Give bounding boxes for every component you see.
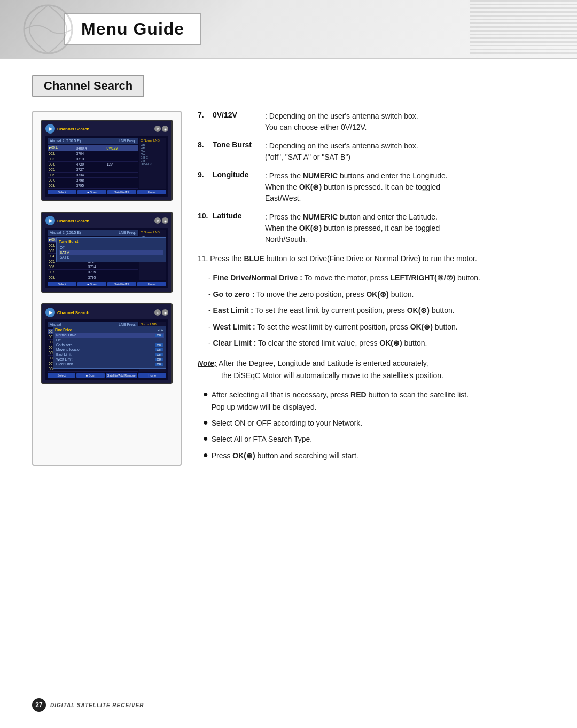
screen-mockup-1: ▶ Channel Search ⚙ ◉ Airosat 2 (100.5 E)… (41, 120, 173, 201)
instruction-7-number: 7. (198, 111, 208, 133)
instruction-9-text: : Press the NUMERIC buttons and enter th… (265, 170, 545, 204)
screen-body-3: AirosatLNB Freq. 001. 002. 003. 004. 005… (45, 319, 168, 380)
popup-off: Off (59, 245, 163, 250)
screen-btn-home-3[interactable]: Home (138, 373, 166, 378)
sub-instruction-go-zero: Go to zero : To move the zero position, … (198, 288, 545, 300)
screen-logo-3: ▶ (45, 308, 55, 317)
screen-btn-select-1[interactable]: Select (48, 190, 76, 194)
screen-logo-2: ▶ (45, 216, 55, 225)
screen-logo-1: ▶ (45, 124, 55, 134)
screen-icons-right-2: ⚙ ◉ (154, 217, 168, 224)
instruction-11: 11. Press the BLUE button to set Drive(F… (198, 253, 545, 264)
bullet-text-2: Select ON or OFF according to your Netwo… (212, 417, 362, 429)
popup-header-3: Fine Drive ◄ ► (55, 328, 164, 332)
table-row: ▶001.3480.40V/12V (48, 145, 138, 151)
screen-title-3: Channel Search (57, 310, 154, 315)
table-row: 006.3734 (48, 173, 138, 178)
instruction-10-term: Latitude (213, 212, 261, 245)
screen-left-1: Airosat 2 (100.5 E)LNB Freq. ▶001.3480.4… (48, 138, 138, 189)
instruction-8-text: : Depending on the user's antenna switch… (265, 140, 545, 163)
page-content: Channel Search ▶ Channel Search ⚙ ◉ (0, 59, 577, 487)
bullet-item-1: ● After selecting all that is necessary,… (198, 389, 545, 413)
bullet-item-2: ● Select ON or OFF according to your Net… (198, 417, 545, 429)
screen-table-1: ▶001.3480.40V/12V 002.3704 003.3713 004.… (48, 145, 138, 189)
bullet-text-1: After selecting all that is necessary, p… (212, 389, 469, 413)
table-row: 005.3727 (48, 167, 138, 173)
screen-mini-icon-3a: ⚙ (154, 309, 161, 316)
screen-header-1: ▶ Channel Search ⚙ ◉ (45, 124, 168, 134)
sub-instruction-east-limit: East Limit : To set the east limit by cu… (198, 304, 545, 316)
bullet-text-3: Select All or FTA Search Type. (212, 433, 313, 445)
screen-subtitle-1: Airosat 2 (100.5 E)LNB Freq. (48, 138, 138, 144)
page-title: Menu Guide (81, 19, 184, 38)
screen-btn-satellite-2[interactable]: Satellite/TP (107, 282, 136, 286)
instruction-9: 9. Longitude : Press the NUMERIC buttons… (198, 170, 545, 204)
table-row: 004.472012V (48, 162, 138, 167)
header-title-box: Menu Guide (64, 13, 201, 45)
section-title-box: Channel Search (32, 75, 144, 97)
screen-mini-icon-2b: ◉ (162, 217, 168, 224)
bullet-dot-2: ● (203, 417, 208, 427)
popup-arrow: ◄ ► (157, 328, 164, 332)
instruction-7-term: 0V/12V (213, 111, 261, 133)
bullet-dot-1: ● (203, 389, 208, 399)
screen-btn-select-2[interactable]: Select (48, 282, 76, 286)
bullet-text-4: Press OK(⊛) button and searching will st… (212, 450, 358, 461)
tone-burst-popup: Tone Burst Off SAT A SAT B (56, 237, 166, 262)
header-logo (16, 3, 80, 56)
screen-body-2: Airosat 2 (100.5 E)LNB Freq. ▶001.3480.4… (45, 228, 168, 288)
instruction-8: 8. Tone Burst : Depending on the user's … (198, 140, 545, 163)
drive-mode-popup: Fine Drive ◄ ► Normal Drive OK Off Go to… (53, 326, 166, 369)
instruction-10-text: : Press the NUMERIC button and enter the… (265, 212, 545, 245)
page-number-badge: 27 (32, 698, 46, 712)
instruction-8-term: Tone Burst (213, 140, 261, 163)
instruction-9-number: 9. (198, 170, 208, 204)
header-banner: Menu Guide (0, 0, 577, 59)
sub-instruction-fine-drive: Fine Drive/Normal Drive : To move the mo… (198, 272, 545, 284)
screen-btn-scan-1[interactable]: ■ Scan (77, 190, 106, 194)
screen-mini-icon-2a: ⚙ (154, 217, 161, 224)
popup-clear-limit: Clear Limit OK (55, 362, 164, 366)
popup-normal: Normal Drive OK (55, 333, 164, 338)
page-footer: 27 DIGITAL SATELLITE RECEIVER (32, 698, 144, 712)
bullet-dot-4: ● (203, 450, 208, 460)
screen-btn-select-3[interactable]: Select (48, 373, 75, 378)
table-row: 007.3795 (48, 270, 138, 275)
screen-body-1: Airosat 2 (100.5 E)LNB Freq. ▶001.3480.4… (45, 136, 168, 197)
screen-btn-home-1[interactable]: Home (137, 190, 166, 194)
popup-go-zero: Go to zero OK (55, 342, 164, 347)
screen-subtitle-2: Airosat 2 (100.5 E)LNB Freq. (48, 230, 138, 236)
screen-btn-home-2[interactable]: Home (137, 282, 166, 286)
screen-header-3: ▶ Channel Search ⚙ ◉ (45, 308, 168, 317)
note-line2: the DiSEqC Motor will automatically move… (198, 370, 443, 381)
screen-mockup-3: ▶ Channel Search ⚙ ◉ AirosatLNB Freq. (41, 303, 173, 384)
screen-btn-satellite-3[interactable]: Satellite/Add/Remove (106, 373, 137, 378)
popup-west-limit: West Limit OK (55, 357, 164, 362)
screen-btn-scan-2[interactable]: ■ Scan (77, 282, 106, 286)
screen-btn-satellite-1[interactable]: Satellite/TP (107, 190, 136, 194)
screen-footer-3: Select ■ Scan Satellite/Add/Remove Home (48, 373, 166, 378)
popup-sat-a: SAT A (59, 250, 163, 255)
instruction-7: 7. 0V/12V : Depending on the user's ante… (198, 111, 545, 133)
screen-icons-right-1: ⚙ ◉ (154, 126, 168, 132)
table-row: 007.3798 (48, 178, 138, 183)
screen-mockup-2: ▶ Channel Search ⚙ ◉ Airosat 2 (100.5 E)… (41, 212, 173, 293)
page-number: 27 (35, 701, 42, 709)
popup-move-location: Move to location OK (55, 347, 164, 352)
instruction-10: 10. Latitude : Press the NUMERIC button … (198, 212, 545, 245)
screenshots-column: ▶ Channel Search ⚙ ◉ Airosat 2 (100.5 E)… (32, 111, 182, 466)
screen-footer-2: Select ■ Scan Satellite/TP Home (48, 282, 166, 286)
table-row: 008.3795 (48, 275, 138, 280)
instruction-8-number: 8. (198, 140, 208, 163)
screen-mini-icon-1a: ⚙ (154, 126, 161, 132)
note-label: Note; (198, 359, 217, 367)
sub-instruction-clear-limit: Clear Limit : To clear the stored limit … (198, 337, 545, 349)
screen-mini-icon-3b: ◉ (162, 309, 168, 316)
instruction-9-term: Longitude (213, 170, 261, 204)
popup-sat-b: SAT B (59, 255, 163, 260)
sub-instruction-west-limit: West Limit : To set the west limit by cu… (198, 321, 545, 333)
popup-title-3: Fine Drive (55, 328, 72, 332)
text-column: 7. 0V/12V : Depending on the user's ante… (198, 111, 545, 466)
screen-btn-scan-3[interactable]: ■ Scan (76, 373, 104, 378)
instruction-10-number: 10. (198, 212, 208, 245)
